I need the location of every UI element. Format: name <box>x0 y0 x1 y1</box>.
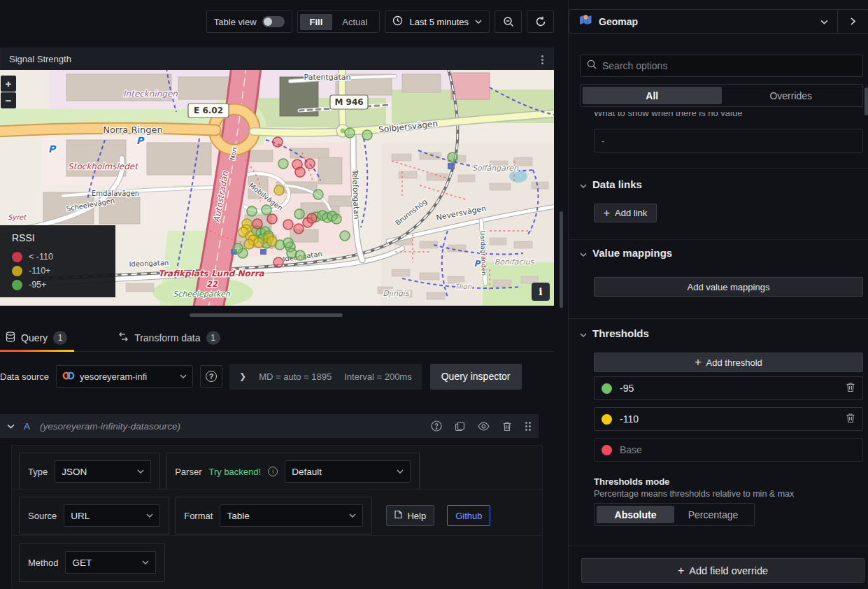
tab-query[interactable]: Query 1 <box>0 325 74 350</box>
legend-dot-green <box>12 280 22 290</box>
fill-option[interactable]: Fill <box>300 14 333 30</box>
map-label: Trafikplats Lund Norra <box>158 269 264 278</box>
help-button[interactable]: Help <box>386 505 434 526</box>
query-options-toggle[interactable]: ❯ MD = auto = 1895 Interval = 200ms <box>229 364 422 390</box>
panel-header[interactable]: Signal Strength <box>0 48 554 70</box>
parser-select[interactable]: Default <box>285 460 411 483</box>
no-value-input[interactable]: - <box>594 129 863 152</box>
threshold-color-swatch[interactable] <box>602 414 612 425</box>
trash-icon[interactable] <box>502 421 512 432</box>
tab-transform[interactable]: Transform data 1 <box>113 325 227 350</box>
threshold-color-swatch[interactable] <box>602 445 612 455</box>
tab-overrides[interactable]: Overrides <box>722 87 861 104</box>
threshold-row[interactable]: -110 <box>594 407 863 431</box>
map-label: Scheeleparken <box>173 290 230 299</box>
map-attribution-button[interactable]: i <box>532 283 550 301</box>
trash-icon[interactable] <box>846 413 855 425</box>
section-thresholds[interactable]: Thresholds <box>580 327 649 339</box>
section-value-mappings[interactable]: Value mappings <box>580 247 672 259</box>
map-data-point[interactable] <box>448 152 457 162</box>
threshold-value[interactable]: -110 <box>620 413 639 425</box>
method-select[interactable]: GET <box>65 551 156 574</box>
map-data-point[interactable] <box>294 224 304 234</box>
panel-menu-icon[interactable] <box>536 54 548 65</box>
map-data-point[interactable] <box>313 190 323 199</box>
map-data-point[interactable] <box>340 231 350 241</box>
map-data-point[interactable] <box>273 137 283 147</box>
map-data-point[interactable] <box>283 238 293 248</box>
zoom-out-time-button[interactable] <box>495 10 522 33</box>
map-data-point[interactable] <box>332 214 341 224</box>
mode-percentage[interactable]: Percentage <box>674 506 752 523</box>
add-threshold-button[interactable]: +Add threshold <box>594 353 863 372</box>
eye-icon[interactable] <box>478 421 490 432</box>
map-data-point[interactable] <box>295 250 305 260</box>
panel-type-picker[interactable]: Geomap <box>569 9 838 34</box>
map-label: P <box>48 143 57 155</box>
threshold-value[interactable]: -95 <box>620 383 634 394</box>
threshold-row[interactable]: -95 <box>594 376 863 400</box>
refresh-button[interactable] <box>527 10 554 33</box>
map-data-point[interactable] <box>295 167 305 177</box>
vertical-scrollbar[interactable] <box>560 211 563 308</box>
map-data-point[interactable] <box>273 257 283 267</box>
map-data-point[interactable] <box>278 159 288 169</box>
map-zoom-in-button[interactable]: + <box>1 76 16 92</box>
query-ref-id[interactable]: A <box>24 421 30 432</box>
map-label: Telefongatan <box>350 169 361 219</box>
chevron-down-icon[interactable] <box>7 424 14 428</box>
map-data-point[interactable] <box>283 220 293 229</box>
actual-option[interactable]: Actual <box>332 14 377 30</box>
map-data-point[interactable] <box>252 219 262 229</box>
copy-icon[interactable] <box>455 421 465 432</box>
options-scrollbar[interactable] <box>865 87 868 115</box>
map-data-point[interactable] <box>244 239 254 249</box>
table-view-switch[interactable] <box>262 16 285 27</box>
help-circle-icon[interactable] <box>431 420 442 432</box>
threshold-row-base[interactable]: Base <box>594 438 863 462</box>
table-view-toggle[interactable]: Table view <box>206 10 292 33</box>
map-data-point[interactable] <box>362 130 372 140</box>
chevron-down-icon <box>349 513 356 518</box>
github-button[interactable]: Github <box>447 505 490 526</box>
trash-icon[interactable] <box>846 382 855 395</box>
datasource-picker[interactable]: yesoreyeram-infi <box>56 365 193 388</box>
map-data-point[interactable] <box>233 243 243 253</box>
drag-handle-icon[interactable] <box>525 421 532 432</box>
try-backend-link[interactable]: Try backend! <box>208 467 261 477</box>
options-scroll-area[interactable]: What to show when there is no value - Da… <box>569 112 868 589</box>
map-data-point[interactable] <box>267 236 277 246</box>
options-search-input[interactable] <box>602 60 856 71</box>
time-range-picker[interactable]: Last 5 minutes <box>385 10 490 33</box>
map-data-point[interactable] <box>274 185 284 195</box>
map-data-point[interactable] <box>305 159 315 169</box>
collapse-options-button[interactable] <box>838 9 868 34</box>
section-data-links[interactable]: Data links <box>580 178 642 190</box>
query-inspector-button[interactable]: Query inspector <box>430 364 522 390</box>
query-row-header[interactable]: A (yesoreyeram-infinity-datasource) <box>0 414 539 438</box>
map-data-point[interactable] <box>307 213 317 223</box>
map-zoom-out-button[interactable]: − <box>1 92 16 108</box>
map-data-point[interactable] <box>254 238 264 248</box>
chevron-down-icon <box>580 247 587 259</box>
datasource-help-button[interactable]: ? <box>200 365 222 388</box>
map-data-point[interactable] <box>247 206 257 216</box>
mode-absolute[interactable]: Absolute <box>597 506 674 523</box>
add-link-button[interactable]: +Add link <box>594 204 657 222</box>
map-data-point[interactable] <box>262 205 271 215</box>
add-field-override-button[interactable]: +Add field override <box>581 558 865 583</box>
infinity-datasource-icon <box>62 371 75 383</box>
add-value-mappings-button[interactable]: Add value mappings <box>594 277 863 297</box>
map-data-point[interactable] <box>267 214 277 224</box>
map-data-point[interactable] <box>294 209 304 219</box>
threshold-color-swatch[interactable] <box>602 383 612 394</box>
format-select[interactable]: Table <box>220 504 363 527</box>
horizontal-scrollbar[interactable] <box>190 313 343 317</box>
road-badge: E 6.02 <box>188 104 229 118</box>
tab-all[interactable]: All <box>583 87 722 104</box>
type-select[interactable]: JSON <box>55 460 151 483</box>
source-select[interactable]: URL <box>64 504 160 527</box>
map-data-point[interactable] <box>345 128 355 138</box>
query-options-stats: MD = auto = 1895 <box>259 371 332 382</box>
options-search[interactable] <box>580 55 863 77</box>
